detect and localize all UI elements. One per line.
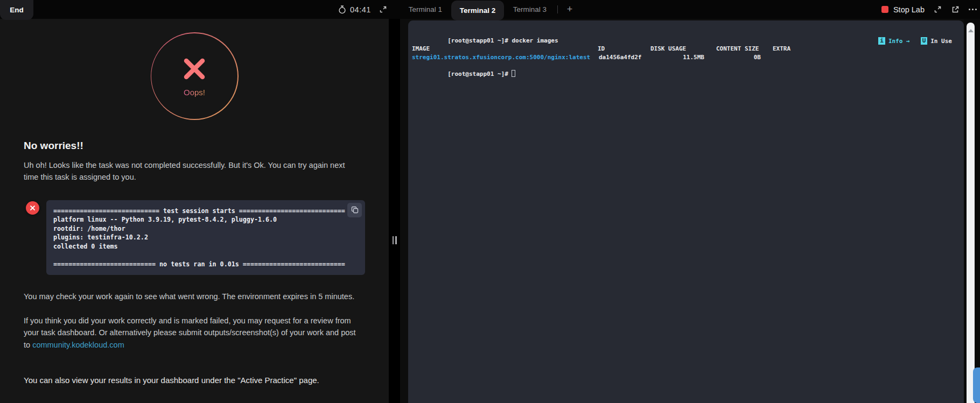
note-dashboard: You can also view your results in your d…: [24, 374, 365, 387]
oops-circle: Oops!: [151, 32, 239, 120]
inuse-label: In Use: [930, 38, 952, 45]
error-status-icon: [26, 201, 39, 215]
add-terminal-button[interactable]: +: [563, 0, 576, 19]
top-bar: End 04:41 Terminal 1 Terminal 2: [0, 0, 980, 19]
end-tab[interactable]: End: [0, 0, 33, 20]
tab-label: Terminal 2: [460, 6, 496, 15]
timer-value: 04:41: [350, 5, 371, 14]
test-output-line: platform linux -- Python 3.9.19, pytest-…: [53, 215, 358, 224]
cell-image: stregi01.stratos.xfusioncorp.com:5000/ng…: [412, 53, 590, 62]
header-image: IMAGE: [412, 45, 430, 53]
panel-splitter: [389, 19, 400, 403]
cell-disk-usage: 11.5MB: [634, 53, 704, 62]
tab-divider: [557, 5, 558, 13]
terminal-line: [root@stapp01 ~]# docker images: [408, 28, 964, 37]
terminal-screen[interactable]: [root@stapp01 ~]# docker images IMAGE ID…: [408, 20, 964, 403]
info-label: Info →: [888, 38, 910, 45]
end-tab-label: End: [10, 6, 24, 14]
app-window: End 04:41 Terminal 1 Terminal 2: [0, 0, 980, 403]
cell-content-size: 0B: [702, 53, 761, 62]
topbar-right-actions: Stop Lab: [881, 0, 978, 19]
scrollbar-track[interactable]: [967, 23, 975, 403]
fullscreen-icon[interactable]: [934, 5, 942, 13]
terminal-table-row: stregi01.stratos.xfusioncorp.com:5000/ng…: [408, 53, 964, 62]
failure-x-icon: [181, 56, 207, 82]
session-timer: 04:41: [338, 0, 371, 19]
oops-label: Oops!: [184, 88, 205, 97]
prompt-text: [root@stapp01 ~]#: [447, 70, 512, 77]
info-badge: i: [878, 37, 885, 45]
header-extra: EXTRA: [773, 45, 790, 53]
tab-terminal-1[interactable]: Terminal 1: [402, 0, 449, 19]
note-check-work: You may check your work again to see wha…: [24, 291, 360, 302]
tab-terminal-3[interactable]: Terminal 3: [506, 0, 554, 19]
test-output-line: plugins: testinfra-10.2.2: [53, 233, 358, 242]
header-id: ID: [598, 45, 605, 53]
copy-button[interactable]: [347, 203, 362, 217]
scroll-up-icon[interactable]: [968, 29, 974, 32]
header-content-size: CONTENT SIZE: [716, 45, 759, 53]
splitter-drag-handle[interactable]: [393, 236, 397, 244]
header-disk-usage: DISK USAGE: [650, 45, 686, 53]
tab-label: Terminal 1: [409, 5, 442, 13]
stop-lab-button[interactable]: Stop Lab: [881, 5, 925, 14]
stop-lab-label: Stop Lab: [893, 5, 925, 14]
test-output-line: collected 0 items: [53, 242, 358, 251]
copy-icon: [351, 206, 359, 214]
scrollbar-rail: [964, 19, 980, 403]
open-external-icon[interactable]: [951, 5, 960, 14]
terminal-table-header: IMAGE ID DISK USAGE CONTENT SIZE EXTRA: [408, 45, 964, 53]
test-output-line: ============================ test sessio…: [53, 207, 358, 216]
expand-icon[interactable]: [379, 5, 387, 13]
note-review: If you think you did your work correctly…: [24, 315, 360, 351]
edge-blue-button[interactable]: [973, 367, 980, 403]
inuse-badge: U: [921, 37, 928, 45]
test-output-line: =========================== no tests ran…: [53, 260, 358, 269]
test-output-line: [53, 251, 358, 260]
result-message: Uh oh! Looks like the task was not compl…: [24, 159, 360, 183]
stopwatch-icon: [338, 5, 346, 14]
terminal-legend: i Info → U In Use: [878, 37, 952, 45]
tab-terminal-2[interactable]: Terminal 2: [451, 1, 504, 20]
tab-label: Terminal 3: [513, 5, 547, 13]
more-menu-icon[interactable]: [969, 9, 978, 10]
stop-square-icon: [881, 6, 888, 13]
plus-icon: +: [567, 4, 573, 15]
test-output-row: ============================ test sessio…: [24, 200, 365, 275]
test-output-line: rootdir: /home/thor: [53, 224, 358, 234]
terminal-container: [root@stapp01 ~]# docker images IMAGE ID…: [400, 19, 964, 403]
result-heading: No worries!!: [24, 140, 365, 152]
terminal-prompt-line: [root@stapp01 ~]#: [408, 61, 964, 70]
terminal-cursor: [512, 70, 515, 77]
main-area: Oops! No worries!! Uh oh! Looks like the…: [0, 19, 980, 403]
test-output-block: ============================ test sessio…: [46, 200, 365, 275]
result-panel: Oops! No worries!! Uh oh! Looks like the…: [0, 19, 389, 403]
community-link[interactable]: community.kodekloud.com: [32, 341, 124, 349]
